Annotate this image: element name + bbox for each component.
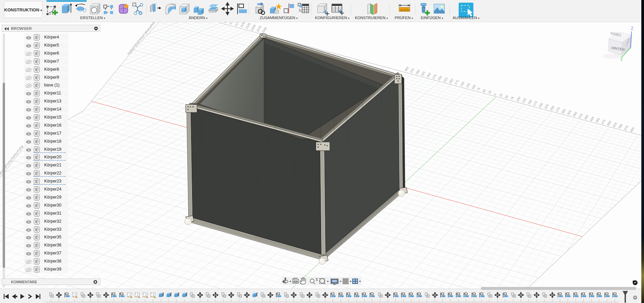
- svg-text:250: 250: [437, 75, 443, 81]
- svg-text:100: 100: [516, 96, 521, 102]
- svg-text:575: 575: [623, 125, 629, 131]
- svg-text:250: 250: [549, 105, 555, 111]
- svg-text:175: 175: [532, 100, 538, 106]
- svg-text:1100: 1100: [250, 24, 256, 31]
- svg-text:550: 550: [618, 123, 623, 129]
- svg-text:50: 50: [482, 88, 486, 93]
- svg-text:325: 325: [566, 109, 572, 116]
- svg-text:200: 200: [448, 78, 454, 84]
- svg-text:Y: Y: [620, 58, 623, 63]
- svg-text:OBEN: OBEN: [610, 31, 621, 37]
- svg-text:75: 75: [476, 87, 481, 91]
- svg-text:200: 200: [538, 102, 544, 108]
- svg-text:525: 525: [612, 122, 618, 128]
- svg-text:PRÜFEN ▾: PRÜFEN ▾: [395, 16, 413, 20]
- svg-text:375: 375: [578, 113, 583, 119]
- svg-text:225: 225: [544, 103, 549, 109]
- svg-text:425: 425: [589, 116, 595, 122]
- svg-text:175: 175: [454, 79, 459, 85]
- svg-text:225: 225: [443, 77, 448, 83]
- svg-text:375: 375: [409, 68, 415, 74]
- svg-text:1050: 1050: [261, 26, 268, 34]
- svg-text:1125: 1125: [245, 22, 251, 30]
- svg-text:25: 25: [498, 93, 503, 97]
- svg-text:125: 125: [465, 82, 471, 88]
- svg-text:100: 100: [471, 84, 476, 90]
- svg-text:AUSWÄHLEN ▾: AUSWÄHLEN ▾: [453, 16, 479, 20]
- svg-text:150: 150: [527, 99, 533, 105]
- svg-text:325: 325: [420, 71, 426, 77]
- svg-text:Z: Z: [631, 26, 633, 31]
- svg-text:150: 150: [459, 81, 465, 87]
- svg-text:300: 300: [561, 108, 566, 114]
- svg-text:25: 25: [487, 90, 492, 94]
- svg-text:500: 500: [606, 120, 612, 126]
- svg-text:275: 275: [555, 106, 561, 112]
- svg-text:ERSTELLEN ▾: ERSTELLEN ▾: [80, 16, 105, 20]
- svg-text:275: 275: [432, 74, 437, 80]
- svg-text:0: 0: [493, 93, 497, 96]
- svg-text:350: 350: [572, 111, 578, 117]
- svg-text:EINFÜGEN ▾: EINFÜGEN ▾: [421, 16, 443, 20]
- svg-text:400: 400: [583, 114, 589, 120]
- svg-text:400: 400: [404, 66, 409, 72]
- svg-text:475: 475: [601, 119, 606, 125]
- svg-text:ÄNDERN ▾: ÄNDERN ▾: [189, 16, 207, 20]
- svg-text:50: 50: [504, 94, 509, 99]
- svg-text:600: 600: [629, 127, 635, 133]
- svg-text:KONSTRUIEREN ▾: KONSTRUIEREN ▾: [355, 16, 388, 20]
- svg-text:ZUSAMMENFÜGEN ▾: ZUSAMMENFÜGEN ▾: [260, 16, 297, 20]
- svg-text:300: 300: [426, 72, 432, 78]
- svg-text:350: 350: [415, 69, 421, 75]
- svg-text:125: 125: [521, 97, 527, 103]
- svg-text:450: 450: [595, 117, 601, 123]
- svg-text:KONFIGURIEREN ▾: KONFIGURIEREN ▾: [315, 16, 349, 20]
- svg-text:75: 75: [510, 96, 515, 100]
